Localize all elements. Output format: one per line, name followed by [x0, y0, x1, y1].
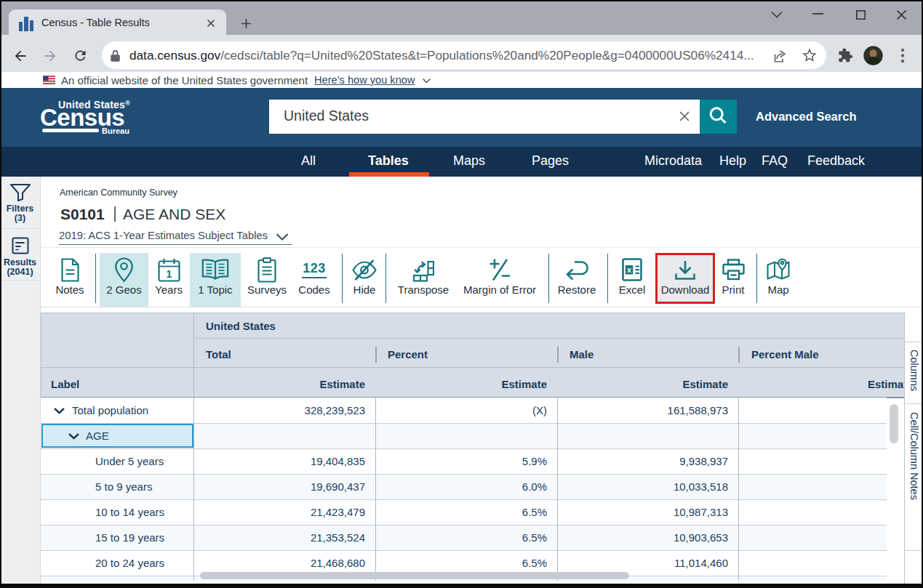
svg-text:x: x: [627, 265, 632, 274]
svg-text:1: 1: [166, 268, 172, 280]
